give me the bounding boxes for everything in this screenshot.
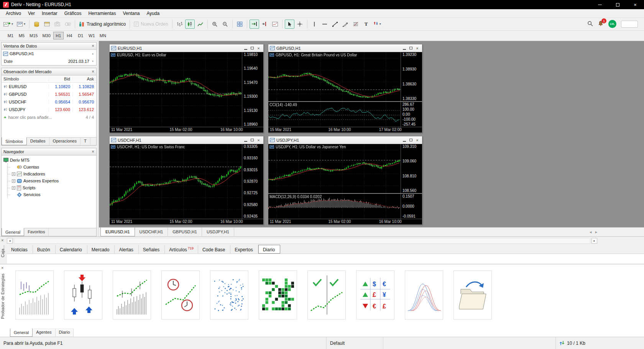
- tree-item-expert-advisors[interactable]: + Asesores Expertos: [8, 177, 96, 184]
- toolbox-tab[interactable]: Buzón: [33, 245, 56, 254]
- tester-tab[interactable]: Diario: [56, 329, 74, 337]
- tester-template-distribution[interactable]: [405, 270, 443, 320]
- chart-tab[interactable]: EURUSD,H1: [100, 228, 135, 236]
- tile-windows-button[interactable]: [235, 20, 245, 29]
- market-watch-column-headers[interactable]: Símbolo Bid Ask: [2, 75, 96, 83]
- timeframe-button[interactable]: M15: [28, 32, 39, 39]
- tester-template-line-histogram[interactable]: [113, 270, 151, 320]
- timeframe-button[interactable]: W1: [87, 32, 97, 39]
- price-pane[interactable]: USDCHF, H1: US Dollar vs Swiss Franc 0.9…: [110, 144, 263, 219]
- toolbox-tab[interactable]: Noticias: [7, 245, 33, 254]
- record-button[interactable]: [63, 20, 72, 29]
- menu-item[interactable]: Insertar: [38, 9, 61, 17]
- market-watch-tab[interactable]: Operaciones: [49, 138, 80, 145]
- cursor-button[interactable]: [285, 20, 294, 29]
- timeframe-button[interactable]: H1: [53, 32, 64, 39]
- toolbox-close-icon[interactable]: ×: [1, 238, 3, 242]
- chart-close-button[interactable]: ×: [414, 45, 421, 51]
- auto-scroll-button[interactable]: [250, 20, 259, 29]
- tester-template-mosaic[interactable]: [259, 270, 297, 320]
- scroll-left-button[interactable]: ◂: [7, 238, 13, 244]
- chart-close-button[interactable]: ×: [255, 137, 262, 143]
- pane-separator[interactable]: [268, 193, 422, 194]
- screenshot-button[interactable]: [53, 20, 62, 29]
- data-window-header[interactable]: Ventana de Datos ×: [2, 43, 96, 50]
- add-symbol-row[interactable]: + hacer clic para añadir... 4 / 4: [2, 113, 96, 121]
- price-scale[interactable]: 1.392301.389301.386301.38330: [401, 52, 422, 101]
- timeframe-button[interactable]: M5: [16, 32, 27, 39]
- menu-item[interactable]: Ayuda: [143, 9, 163, 17]
- tester-template-forward-test[interactable]: [307, 270, 346, 320]
- new-order-button[interactable]: Nueva Orden: [132, 20, 169, 29]
- price-chart-canvas[interactable]: [110, 52, 242, 127]
- expand-icon[interactable]: +: [12, 172, 15, 176]
- time-axis[interactable]: 11 Mar 202115 Mar 02:0016 Mar 10:00: [268, 219, 422, 224]
- chart-shift-button[interactable]: [260, 20, 269, 29]
- tester-template-scatter[interactable]: [210, 270, 248, 320]
- tester-template-timer[interactable]: [161, 270, 200, 320]
- toolbox-tab[interactable]: Calendario: [56, 245, 87, 254]
- level-indicator[interactable]: LVL: [608, 20, 616, 28]
- pane-separator[interactable]: [268, 101, 422, 102]
- toolbox-tab[interactable]: Code Base: [198, 245, 230, 254]
- tree-item-services[interactable]: Servicios: [8, 191, 96, 198]
- account-widget[interactable]: [621, 21, 638, 28]
- chart-tab[interactable]: USDCHF,H1: [135, 228, 168, 236]
- column-ask[interactable]: Ask: [72, 77, 96, 81]
- data-window-button[interactable]: [42, 20, 52, 29]
- chart-maximize-button[interactable]: [407, 137, 414, 143]
- close-icon[interactable]: ×: [92, 149, 94, 154]
- toolbox-tab[interactable]: Alertas: [115, 245, 138, 254]
- price-chart-canvas[interactable]: [268, 52, 401, 101]
- status-network[interactable]: 10 / 1 Kb: [556, 337, 644, 349]
- timeframe-button[interactable]: MN: [98, 32, 108, 39]
- algo-trading-button[interactable]: Trading algorítmico: [77, 20, 127, 29]
- chart-maximize-button[interactable]: [407, 45, 414, 51]
- time-axis[interactable]: 11 Mar 202115 Mar 02:0016 Mar 10:00: [110, 127, 263, 133]
- crosshair-button[interactable]: [295, 20, 305, 29]
- chart-window-titlebar[interactable]: GBPUSD,H1 ×: [268, 44, 422, 52]
- column-bid[interactable]: Bid: [49, 77, 72, 81]
- market-watch-row[interactable]: USDJPY 123.600 123.612: [2, 106, 96, 113]
- trendline-button[interactable]: [330, 20, 340, 29]
- price-pane[interactable]: GBPUSD, H1: Great Britain Pound vs US Do…: [268, 52, 422, 101]
- price-pane[interactable]: USDJPY, H1: US Dollar vs Japanese Yen 10…: [268, 144, 422, 193]
- candlestick-chart-button[interactable]: [185, 20, 195, 29]
- time-axis[interactable]: 15 Mar 202116 Mar 10:0017 Mar 02:00: [268, 127, 422, 133]
- toolbox-tab[interactable]: Diario: [258, 245, 280, 254]
- bars-chart-button[interactable]: [175, 20, 184, 29]
- arrows-tool-button[interactable]: ▾: [372, 20, 383, 29]
- column-symbol[interactable]: Símbolo: [2, 77, 49, 81]
- tester-template-open-report[interactable]: [453, 270, 492, 320]
- horizontal-line-button[interactable]: [320, 20, 330, 29]
- toolbox-tab[interactable]: Expertos: [230, 245, 258, 254]
- toolbox-tab[interactable]: Artículos719: [165, 245, 198, 254]
- tester-template-currency-table[interactable]: $€ £¥ €£: [356, 270, 394, 320]
- chart-close-button[interactable]: ×: [414, 137, 421, 143]
- expand-icon[interactable]: +: [12, 179, 15, 183]
- notifications-button[interactable]: 1: [598, 20, 604, 28]
- maximize-button[interactable]: [609, 0, 626, 9]
- tester-template-candles-arrows[interactable]: [64, 270, 102, 320]
- price-chart-canvas[interactable]: [268, 144, 401, 193]
- navigator-header[interactable]: Navegador ×: [2, 148, 96, 156]
- menu-item[interactable]: Archivo: [2, 9, 25, 17]
- expand-icon[interactable]: +: [12, 186, 15, 190]
- tree-item-scripts[interactable]: + Scripts: [8, 184, 96, 191]
- tab-scroll-left-icon[interactable]: ◄: [589, 230, 592, 234]
- line-chart-button[interactable]: [196, 20, 205, 29]
- menu-item[interactable]: Ver: [25, 9, 38, 17]
- scrollbar-track[interactable]: [14, 238, 590, 244]
- market-watch-row[interactable]: GBPUSD 1.56531 1.56547: [2, 90, 96, 98]
- menu-item[interactable]: Herramientas: [85, 9, 119, 17]
- data-window-date-row[interactable]: Date 2021.03.17 ▾: [2, 57, 96, 65]
- indicator-pane[interactable]: MACD(12,26,9) 0.0334 0.0202 0.15070.0000…: [268, 194, 422, 219]
- tester-close-icon[interactable]: ×: [1, 266, 3, 270]
- tester-caption[interactable]: Probador de Estrategias: [0, 274, 5, 319]
- chart-minimize-button[interactable]: [401, 137, 407, 143]
- price-scale[interactable]: 109.310109.060108.810108.560: [401, 144, 422, 193]
- zoom-out-button[interactable]: [220, 20, 230, 29]
- tester-tab[interactable]: General: [10, 328, 33, 337]
- tester-tab[interactable]: Agentes: [33, 329, 55, 337]
- zoom-in-button[interactable]: [210, 20, 220, 29]
